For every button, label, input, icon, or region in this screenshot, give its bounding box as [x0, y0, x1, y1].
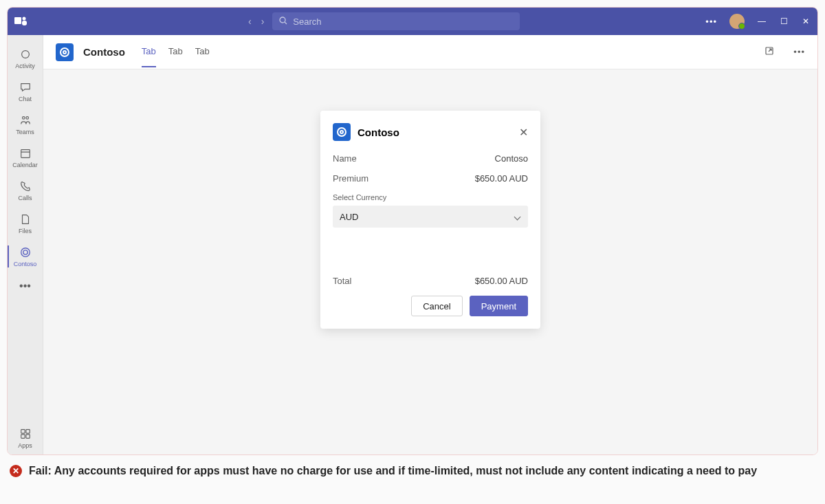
- total-label: Total: [333, 276, 351, 286]
- tab-more-icon[interactable]: •••: [793, 47, 805, 57]
- rail-files[interactable]: Files: [8, 207, 43, 240]
- contoso-icon: [19, 245, 32, 259]
- content-area: Contoso ✕ Name Contoso Premium $650.00 A…: [43, 69, 817, 454]
- svg-point-1: [23, 17, 26, 21]
- svg-rect-15: [25, 435, 29, 438]
- titlebar: ‹ › Search ••• — ☐ ✕: [8, 8, 817, 35]
- nav-forward-icon[interactable]: ›: [261, 16, 265, 27]
- files-icon: [19, 212, 32, 226]
- app-tab-0[interactable]: Tab: [142, 46, 156, 67]
- popout-icon[interactable]: [764, 46, 774, 58]
- cancel-button[interactable]: Cancel: [411, 296, 462, 316]
- payment-dialog: Contoso ✕ Name Contoso Premium $650.00 A…: [320, 111, 540, 329]
- dialog-close-icon[interactable]: ✕: [519, 126, 528, 139]
- rail-teams[interactable]: Teams: [8, 108, 43, 141]
- search-input[interactable]: Search: [272, 12, 520, 30]
- svg-point-3: [280, 17, 285, 23]
- svg-point-7: [25, 117, 28, 120]
- currency-select[interactable]: AUD: [333, 206, 528, 228]
- app-tab-2[interactable]: Tab: [195, 46, 210, 67]
- rail-chat[interactable]: Chat: [8, 75, 43, 108]
- svg-rect-13: [25, 430, 29, 433]
- calendar-icon: [19, 146, 32, 160]
- payment-button[interactable]: Payment: [470, 296, 528, 316]
- teams-icon: [19, 113, 32, 127]
- svg-rect-0: [14, 17, 21, 24]
- more-icon[interactable]: •••: [705, 17, 717, 27]
- close-window-icon[interactable]: ✕: [801, 17, 811, 26]
- rail-activity[interactable]: Activity: [8, 42, 43, 75]
- chevron-down-icon: [514, 213, 521, 220]
- minimize-icon[interactable]: —: [757, 17, 767, 26]
- currency-value: AUD: [340, 212, 358, 222]
- premium-value: $650.00 AUD: [475, 173, 528, 184]
- svg-point-5: [21, 51, 29, 58]
- svg-point-10: [21, 248, 30, 257]
- app-icon: [56, 43, 74, 61]
- app-name: Contoso: [83, 46, 125, 58]
- search-icon: [279, 17, 287, 27]
- user-avatar[interactable]: [729, 14, 745, 29]
- svg-rect-14: [21, 435, 24, 438]
- rail-calendar[interactable]: Calendar: [8, 141, 43, 174]
- maximize-icon[interactable]: ☐: [779, 17, 789, 26]
- name-value: Contoso: [495, 153, 528, 164]
- rail-apps[interactable]: Apps: [8, 421, 43, 454]
- app-tab-1[interactable]: Tab: [168, 46, 183, 67]
- search-placeholder: Search: [293, 17, 321, 27]
- nav-back-icon[interactable]: ‹: [248, 16, 252, 27]
- total-value: $650.00 AUD: [475, 276, 528, 286]
- dialog-title: Contoso: [358, 127, 512, 138]
- tab-bar: Contoso Tab Tab Tab •••: [43, 35, 817, 69]
- svg-line-4: [285, 22, 287, 24]
- calls-icon: [19, 179, 32, 193]
- svg-rect-8: [21, 150, 30, 158]
- fail-annotation: ✕ Fail: Any accounts required for apps m…: [7, 455, 818, 487]
- fail-icon: ✕: [10, 465, 22, 477]
- svg-point-11: [23, 250, 27, 254]
- activity-icon: [19, 47, 32, 61]
- currency-label: Select Currency: [333, 193, 528, 201]
- dialog-app-icon: [333, 123, 351, 141]
- name-label: Name: [333, 153, 357, 164]
- teams-logo: [14, 14, 49, 28]
- fail-text: Fail: Any accounts required for apps mus…: [29, 463, 757, 479]
- apps-icon: [19, 427, 32, 441]
- svg-rect-2: [22, 21, 27, 25]
- premium-label: Premium: [333, 173, 368, 184]
- svg-point-6: [22, 117, 25, 120]
- nav-arrows: ‹ ›: [248, 16, 264, 27]
- rail-contoso[interactable]: Contoso: [8, 240, 43, 273]
- rail-more-icon[interactable]: •••: [19, 273, 31, 299]
- chat-icon: [19, 80, 32, 94]
- app-rail: Activity Chat Teams Calendar Calls Files: [8, 35, 43, 454]
- rail-calls[interactable]: Calls: [8, 174, 43, 207]
- svg-rect-12: [21, 430, 24, 433]
- app-window: ‹ › Search ••• — ☐ ✕ Activity Chat: [7, 7, 818, 455]
